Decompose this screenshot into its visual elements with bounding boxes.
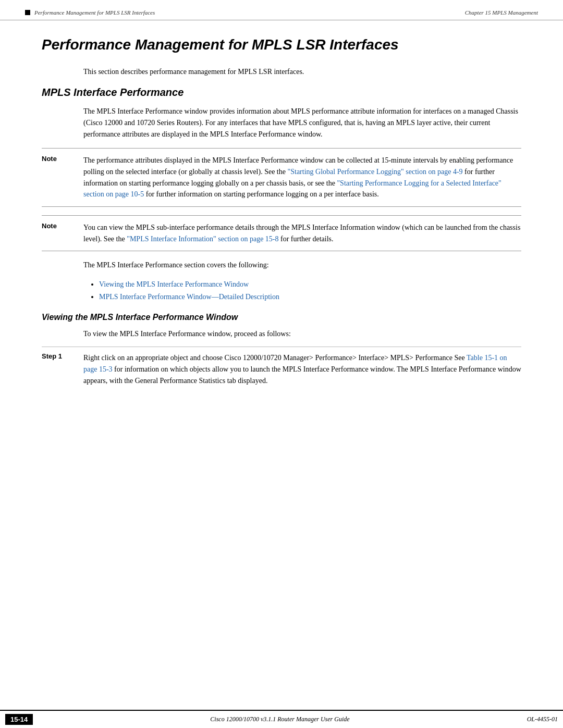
covers-intro: The MPLS Interface Performance section c…: [83, 260, 521, 271]
note-block-1: Note The performance attributes displaye…: [42, 148, 521, 207]
step-label-1: Step 1: [42, 352, 83, 360]
list-item: MPLS Interface Performance Window—Detail…: [99, 291, 521, 303]
footer-right-text: OL-4455-01: [527, 715, 558, 723]
chapter-title: Performance Management for MPLS LSR Inte…: [42, 36, 521, 54]
step-text-1: Right click on an appropriate object and…: [83, 352, 521, 386]
subsection-heading: Viewing the MPLS Interface Performance W…: [42, 313, 521, 322]
bullet-list: Viewing the MPLS Interface Performance W…: [99, 278, 521, 303]
list-item: Viewing the MPLS Interface Performance W…: [99, 278, 521, 291]
section-heading: MPLS Interface Performance: [42, 87, 521, 98]
page-footer: 15-14 Cisco 12000/10700 v3.1.1 Router Ma…: [0, 710, 563, 728]
step1-text-before: Right click on an appropriate object and…: [83, 354, 467, 362]
note1-text-after: for further information on starting perf…: [144, 190, 379, 198]
note-label-2: Note: [42, 222, 83, 230]
step-block-1: Step 1 Right click on an appropriate obj…: [42, 347, 521, 391]
page-header: Performance Management for MPLS LSR Inte…: [0, 0, 563, 20]
note-block-2: Note You can view the MPLS sub-interface…: [42, 215, 521, 251]
intro-paragraph: This section describes performance manag…: [83, 66, 521, 78]
section-body: The MPLS Interface Performance window pr…: [83, 106, 521, 140]
note2-text-after: for further details.: [279, 235, 334, 243]
step1-text-after: for information on which objects allow y…: [83, 365, 521, 385]
footer-page-number: 15-14: [5, 714, 33, 725]
note-text-2: You can view the MPLS sub-interface perf…: [83, 222, 521, 244]
subsection-intro: To view the MPLS Interface Performance w…: [83, 328, 521, 340]
header-square-icon: [25, 10, 30, 15]
header-breadcrumb: Performance Management for MPLS LSR Inte…: [34, 9, 155, 16]
header-left: Performance Management for MPLS LSR Inte…: [25, 9, 155, 16]
note-label-1: Note: [42, 155, 83, 163]
bullet-link-2[interactable]: MPLS Interface Performance Window—Detail…: [99, 293, 279, 301]
note2-link[interactable]: "MPLS Interface Information" section on …: [127, 235, 278, 243]
note1-link1[interactable]: "Starting Global Performance Logging" se…: [287, 168, 462, 176]
main-content: Performance Management for MPLS LSR Inte…: [0, 20, 563, 427]
footer-center-text: Cisco 12000/10700 v3.1.1 Router Manager …: [33, 715, 527, 723]
header-right: Chapter 15 MPLS Management: [465, 9, 538, 16]
note-text-1: The performance attributes displayed in …: [83, 155, 521, 200]
bullet-link-1[interactable]: Viewing the MPLS Interface Performance W…: [99, 280, 249, 288]
